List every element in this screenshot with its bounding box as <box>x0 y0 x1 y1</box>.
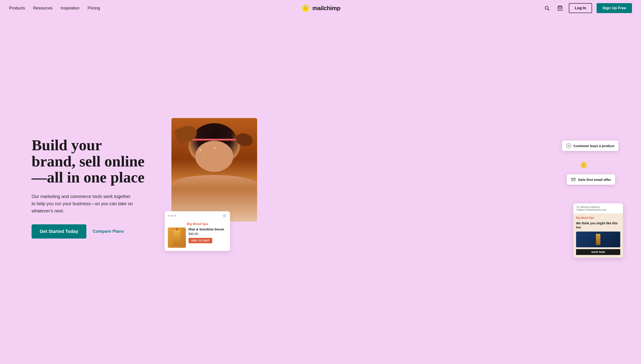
svg-point-4 <box>304 6 305 7</box>
search-button[interactable] <box>543 4 551 12</box>
email-cta-text: We think you might like this too <box>576 221 620 229</box>
logo[interactable]: mailchimp <box>301 3 340 13</box>
navbar: Products Resources Inspiration Pricing m… <box>0 0 641 16</box>
automation-card-2-text: Gets first email offer <box>578 178 611 182</box>
hero-actions: Get Started Today Compare Plans <box>32 224 149 238</box>
nav-left: Products Resources Inspiration Pricing <box>9 6 100 10</box>
nav-pricing[interactable]: Pricing <box>88 6 100 10</box>
svg-point-7 <box>302 6 304 9</box>
nav-resources[interactable]: Resources <box>33 6 53 10</box>
automation-card-1-text: Customer buys a product <box>573 144 614 148</box>
play-icon <box>566 143 571 148</box>
hero-content: Build your brand, sell online—all in one… <box>32 137 149 238</box>
hero-subheading: Our marketing and commerce tools work to… <box>32 193 135 214</box>
product-info: Rise & Sunshine Serum $40.00 ADD TO CART <box>188 228 227 243</box>
svg-point-8 <box>307 6 309 9</box>
product-image <box>168 228 186 248</box>
email-bottle-shape <box>596 234 600 245</box>
automation-arrow: ↓ <box>580 162 587 168</box>
shop-now-button[interactable]: SHOP NOW <box>576 249 620 255</box>
compare-plans-link[interactable]: Compare Plans <box>93 229 124 234</box>
dot-1 <box>168 215 170 217</box>
hero-headline: Build your brand, sell online—all in one… <box>32 137 149 186</box>
email-subject: Subject: Picked just for you <box>576 208 620 211</box>
dot-2 <box>171 215 173 217</box>
store-card: 🛒 Big Mood Spa Rise & Sunshine Serum $40… <box>165 211 230 251</box>
store-product: Rise & Sunshine Serum $40.00 ADD TO CART <box>165 228 230 251</box>
email-product-image <box>576 232 620 247</box>
search-icon <box>544 6 550 11</box>
store-cart-icon: 🛒 <box>223 214 227 218</box>
email-header: To: Recent Customer Subject: Picked just… <box>573 204 623 214</box>
nav-right: Log In Sign Up Free <box>543 3 632 13</box>
cart-button[interactable] <box>556 4 564 12</box>
dot-3 <box>174 215 176 217</box>
nav-products[interactable]: Products <box>9 6 25 10</box>
spa-photo <box>171 118 257 222</box>
add-to-cart-button[interactable]: ADD TO CART <box>188 238 212 243</box>
browser-dots <box>168 215 176 217</box>
signup-button[interactable]: Sign Up Free <box>596 3 632 13</box>
mailchimp-logo-icon <box>301 3 311 13</box>
svg-point-5 <box>306 6 307 7</box>
nav-inspiration[interactable]: Inspiration <box>61 6 79 10</box>
email-to: To: Recent Customer <box>576 206 620 208</box>
get-started-button[interactable]: Get Started Today <box>32 224 86 238</box>
hero-illustration: ↓ Customer buys a product Gets first ema… <box>158 118 623 258</box>
hero-section: Build your brand, sell online—all in one… <box>0 16 641 364</box>
product-bottle-shape <box>173 230 180 246</box>
product-name: Rise & Sunshine Serum <box>188 228 227 231</box>
email-body: Big Mood Spa We think you might like thi… <box>573 214 623 258</box>
product-price: $40.00 <box>188 232 227 236</box>
email-card: To: Recent Customer Subject: Picked just… <box>573 204 623 258</box>
login-button[interactable]: Log In <box>569 3 592 13</box>
automation-card-2: Gets first email offer <box>567 174 615 185</box>
store-header: 🛒 <box>165 211 230 220</box>
email-icon <box>571 177 576 182</box>
automation-card-1: Customer buys a product <box>562 140 618 151</box>
store-name: Big Mood Spa <box>165 220 230 228</box>
email-brand: Big Mood Spa <box>576 216 620 220</box>
svg-line-10 <box>548 9 549 10</box>
logo-text: mailchimp <box>312 5 340 12</box>
cart-icon <box>557 6 563 11</box>
